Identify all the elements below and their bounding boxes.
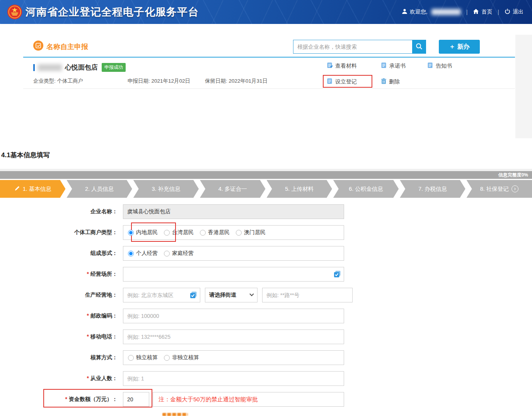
radio-icon: [200, 230, 206, 236]
radio-taiwan-resident[interactable]: 台湾居民: [164, 229, 194, 236]
redacted-name-prefix: [38, 64, 62, 71]
step-basic-info[interactable]: 1. 基本信息: [0, 180, 65, 198]
logout-label: 退出: [513, 8, 523, 15]
radio-icon: [236, 230, 242, 236]
mobile-input[interactable]: [123, 329, 344, 344]
item-title-row: 心悦面包店 申报成功: [33, 63, 126, 72]
step-social-security[interactable]: 8. 社保登记 ›: [467, 180, 532, 198]
radio-icon: [164, 251, 170, 256]
radio-icon: [164, 230, 170, 236]
area-picker-icon[interactable]: [190, 291, 197, 300]
radio-selected-icon: [128, 230, 134, 236]
business-place-input[interactable]: [123, 267, 344, 282]
capital-note-box: 注：金额大于50万的禁止通过智能审批: [153, 392, 344, 407]
household-type-group: 内地居民 台湾居民 香港居民 澳门居民: [123, 225, 344, 240]
new-application-button[interactable]: ＋ 新办: [439, 40, 480, 54]
radio-selected-icon: [128, 251, 134, 256]
company-type: 企业类型: 个体工商户: [33, 78, 83, 85]
declare-edit-icon: [33, 41, 43, 52]
chevron-right-icon: ›: [512, 185, 518, 192]
form-row-business-place: *经营场所：: [0, 267, 356, 282]
document-icon: [381, 62, 387, 70]
step-multi-cert[interactable]: 4. 多证合一: [200, 180, 265, 198]
company-name: 心悦面包店: [65, 63, 98, 72]
document-edit-icon: [327, 62, 333, 70]
delete-link[interactable]: 删除: [381, 78, 400, 85]
power-icon: [505, 8, 510, 15]
declaration-panel: 名称自主申报 ＋ 新办 心悦面包店 申报成功: [23, 37, 515, 89]
step-supplementary-info[interactable]: 3. 补充信息: [133, 180, 199, 198]
view-materials-link[interactable]: 查看材料: [327, 62, 357, 70]
production-area-input[interactable]: [123, 288, 200, 302]
header-divider: |: [466, 9, 468, 15]
composition-label: 组成形式：: [0, 250, 123, 257]
registration-wizard: 信息完整度0% 1. 基本信息 2. 人员信息 3. 补充信息 4. 多证合一 …: [0, 169, 532, 198]
company-name-input[interactable]: [123, 204, 344, 219]
header-user-menu: 欢迎您, | 首页 | 退出: [402, 0, 523, 24]
postal-code-label: *邮政编码：: [0, 312, 123, 319]
welcome-text: 欢迎您,: [410, 8, 428, 15]
form-row-capital: *资金数额（万元）： 注：金额大于50万的禁止通过智能审批: [0, 392, 356, 407]
street-address-input[interactable]: [262, 288, 353, 302]
status-badge: 申报成功: [102, 63, 126, 72]
radio-icon: [128, 355, 134, 361]
home-icon: [473, 8, 479, 15]
pencil-icon: [14, 185, 20, 192]
home-link[interactable]: 首页: [473, 8, 492, 15]
form-row-postal-code: *邮政编码：: [0, 309, 356, 323]
capital-label: *资金数额（万元）：: [0, 396, 123, 403]
step-upload-materials[interactable]: 5. 上传材料: [267, 180, 332, 198]
step-tax-info[interactable]: 7. 办税信息: [400, 180, 465, 198]
reserve-date: 保留日期: 2022年01月31日: [205, 78, 268, 85]
national-emblem-logo: [7, 4, 22, 20]
employees-label: *从业人数：: [0, 375, 123, 382]
step-provident-fund[interactable]: 6. 公积金信息: [333, 180, 399, 198]
street-select-value: 请选择街道: [209, 292, 236, 299]
mobile-label: *移动电话：: [0, 333, 123, 340]
progress-label: 信息完整度0%: [498, 172, 528, 178]
form-row-company-name: 企业名称：: [0, 204, 356, 219]
page: 河南省企业登记全程电子化服务平台 欢迎您, | 首页 |: [0, 0, 532, 416]
required-mark: *: [87, 312, 89, 319]
progress-bar: 信息完整度0%: [0, 171, 532, 179]
accounting-group: 独立核算 非独立核算: [123, 350, 344, 365]
form-row-mobile: *移动电话：: [0, 329, 356, 344]
new-button-label: 新办: [457, 43, 470, 51]
home-label: 首页: [481, 8, 492, 15]
address-picker-icon[interactable]: [334, 270, 341, 279]
plus-icon: ＋: [449, 43, 455, 51]
household-type-label: 个体工商户类型：: [0, 229, 123, 236]
production-place-label: 生产经营地：: [0, 292, 123, 299]
app-header: 河南省企业登记全程电子化服务平台 欢迎您, | 首页 |: [0, 0, 532, 24]
capital-input[interactable]: [123, 392, 149, 407]
step-personnel-info[interactable]: 2. 人员信息: [66, 180, 132, 198]
search-button[interactable]: [412, 40, 426, 54]
radio-hongkong-resident[interactable]: 香港居民: [200, 229, 230, 236]
notice-letter-link[interactable]: 告知书: [427, 62, 452, 70]
promise-letter-link[interactable]: 承诺书: [381, 62, 406, 70]
radio-non-independent-accounting[interactable]: 非独立核算: [164, 354, 199, 361]
doc-section-heading: 4.1基本信息填写: [1, 151, 50, 160]
capital-note-text: 注：金额大于50万的禁止通过智能审批: [159, 396, 258, 403]
radio-family-operation[interactable]: 家庭经营: [164, 250, 194, 257]
postal-code-input[interactable]: [123, 309, 344, 323]
item-accent-bar: [33, 64, 35, 71]
radio-mainland-resident[interactable]: 内地居民: [128, 229, 158, 236]
setup-registration-link[interactable]: 设立登记: [327, 78, 357, 86]
form-row-employees: *从业人数：: [0, 371, 356, 386]
radio-independent-accounting[interactable]: 独立核算: [128, 354, 158, 361]
street-select[interactable]: 请选择街道: [205, 288, 257, 302]
employees-input[interactable]: [123, 371, 344, 386]
basic-info-form: 企业名称： 个体工商户类型： 内地居民 台湾居民 香港居民: [0, 204, 356, 413]
search-input[interactable]: [293, 40, 412, 54]
cutoff-orange-fragment: [162, 413, 188, 416]
welcome-area: 欢迎您,: [402, 8, 461, 15]
search-icon: [416, 43, 423, 51]
radio-macau-resident[interactable]: 澳门居民: [236, 229, 266, 236]
declaration-list-item: 心悦面包店 申报成功 企业类型: 个体工商户 申报日期: 2021年12月02日…: [23, 58, 515, 88]
logout-link[interactable]: 退出: [505, 8, 523, 15]
required-mark: *: [87, 271, 89, 277]
business-place-label: *经营场所：: [0, 271, 123, 278]
radio-individual-operation[interactable]: 个人经营: [128, 250, 158, 257]
chevron-down-icon: [249, 292, 254, 296]
